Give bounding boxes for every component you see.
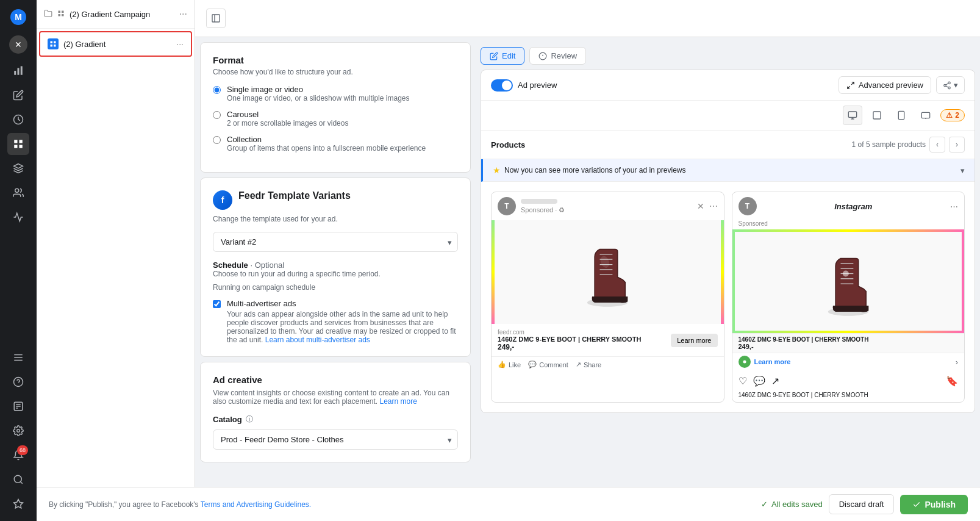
nav-icon-content[interactable] [7, 395, 29, 417]
multi-advertiser-row: Multi-advertiser ads Your ads can appear… [213, 299, 458, 344]
svg-point-38 [944, 84, 946, 87]
nav-icon-layers[interactable] [7, 157, 29, 179]
saved-indicator: ✓ All edits saved [761, 500, 823, 509]
svg-rect-25 [62, 10, 64, 13]
feedr-section: f Feedr Template Variants Change the tem… [200, 178, 471, 357]
ad-preview-toggle[interactable] [491, 79, 513, 92]
instagram-heart-icon[interactable]: ♡ [739, 375, 747, 387]
ig-more-icon[interactable]: ⋯ [950, 202, 958, 211]
schedule-section: Schedule · Optional Choose to run your a… [213, 260, 458, 292]
discard-draft-button[interactable]: Discard draft [829, 494, 895, 514]
close-button[interactable]: ✕ [9, 35, 27, 54]
device-square-btn[interactable] [867, 106, 887, 125]
catalog-info-icon[interactable]: ⓘ [246, 414, 253, 425]
svg-rect-45 [873, 112, 881, 119]
format-radio-single[interactable] [213, 86, 221, 94]
nav-icon-edit[interactable] [7, 84, 29, 106]
publish-button[interactable]: Publish [900, 495, 968, 514]
edit-button[interactable]: Edit [481, 47, 524, 65]
terms-link[interactable]: Terms and Advertising Guidelines. [201, 500, 311, 509]
facebook-ad-card: T Sponsored · ♻ ✕ ⋯ [491, 192, 724, 403]
multi-advertiser-checkbox[interactable] [213, 300, 221, 308]
ad-set-more-button[interactable]: ··· [176, 39, 184, 49]
device-desktop-btn[interactable] [843, 106, 862, 125]
ad-set-item[interactable]: (2) Gradient ··· [39, 31, 192, 57]
svg-rect-7 [20, 140, 23, 143]
card-actions: ✕ ⋯ [697, 201, 718, 211]
catalog-row: Catalog ⓘ [213, 414, 458, 425]
catalog-select[interactable]: Prod - Feedr Demo Store - Clothes [213, 429, 458, 450]
format-radio-collection[interactable] [213, 136, 221, 144]
nav-icon-clock[interactable] [7, 109, 29, 131]
instagram-product-image [732, 229, 965, 333]
svg-rect-9 [20, 145, 23, 148]
svg-marker-10 [14, 164, 23, 169]
sidebar-toggle-button[interactable] [206, 9, 226, 28]
nav-icon-barchart[interactable] [7, 60, 29, 82]
variation-banner: ★ Now you can see more variations of you… [481, 159, 975, 182]
review-button[interactable]: Review [529, 47, 586, 65]
format-option-collection[interactable]: Collection Group of items that opens int… [213, 135, 458, 153]
ad-creative-desc: View content insights or choose existing… [213, 389, 458, 406]
nav-icon-megaphone[interactable] [7, 206, 29, 228]
nav-icon-grid[interactable] [7, 133, 29, 155]
more-ad-icon[interactable]: ⋯ [709, 201, 718, 211]
device-mobile-btn[interactable] [892, 106, 911, 125]
preview-card: Ad preview Advanced preview ▾ [481, 70, 975, 413]
multi-advertiser-link[interactable]: Learn about multi-advertiser ads [265, 336, 370, 344]
products-next-button[interactable]: › [949, 137, 965, 153]
svg-rect-32 [212, 15, 220, 22]
nav-icon-plugin[interactable] [7, 493, 29, 515]
ig-avatar: T [739, 197, 757, 215]
instagram-actions: ♡ 💬 ↗ 🔖 [732, 370, 965, 392]
main-content: Format Choose how you'd like to structur… [195, 0, 980, 521]
nav-icon-settings[interactable] [7, 420, 29, 442]
nav-icon-lines[interactable] [7, 347, 29, 368]
nav-icon-help[interactable] [7, 371, 29, 393]
products-bar: Products 1 of 5 sample products ‹ › [481, 131, 975, 159]
instagram-avatar: T [739, 197, 757, 215]
advanced-preview-button[interactable]: Advanced preview [839, 76, 931, 94]
products-prev-button[interactable]: ‹ [929, 137, 945, 153]
products-label: Products [491, 140, 525, 149]
facebook-learn-more-button[interactable]: Learn more [671, 334, 717, 347]
campaign-sidebar: (2) Gradient Campaign ··· (2) Gradient ·… [37, 0, 195, 521]
instagram-bookmark-icon[interactable]: 🔖 [946, 375, 958, 387]
variation-chevron-icon[interactable]: ▾ [960, 166, 965, 175]
preview-grid: T Sponsored · ♻ ✕ ⋯ [481, 182, 975, 412]
nav-icon-people[interactable] [7, 182, 29, 204]
facebook-site-name: feedr.com [498, 329, 641, 336]
ad-set-icon [48, 38, 59, 49]
edit-label: Edit [502, 51, 515, 60]
facebook-share-button[interactable]: ↗ Share [576, 361, 601, 368]
facebook-like-button[interactable]: 👍 Like [498, 361, 521, 368]
instagram-comment-icon[interactable]: 💬 [753, 375, 765, 387]
campaign-more-button[interactable]: ··· [179, 9, 187, 20]
format-option-single[interactable]: Single image or video One image or video… [213, 85, 458, 102]
format-carousel-desc: 2 or more scrollable images or videos [227, 119, 348, 128]
instagram-action-left: ♡ 💬 ↗ [739, 375, 779, 387]
device-landscape-btn[interactable] [916, 106, 935, 125]
format-option-carousel[interactable]: Carousel 2 or more scrollable images or … [213, 110, 458, 128]
facebook-comment-button[interactable]: 💬 Comment [528, 361, 568, 368]
nav-icon-notification[interactable]: 68 [7, 444, 29, 466]
share-button[interactable]: ▾ [936, 76, 965, 94]
instagram-send-icon[interactable]: ↗ [771, 375, 779, 387]
schedule-running: Running on campaign schedule [213, 283, 458, 292]
catalog-select-wrapper: Prod - Feedr Demo Store - Clothes ▾ [213, 429, 458, 450]
boot-illustration [577, 235, 638, 309]
close-ad-icon[interactable]: ✕ [697, 201, 704, 211]
format-single-title: Single image or video [227, 85, 409, 94]
facebook-ad-bottom-row: feedr.com 1460Z DMC 9-EYE BOOT | CHERRY … [498, 329, 718, 351]
nav-icon-search[interactable] [7, 469, 29, 490]
svg-rect-24 [59, 10, 61, 13]
format-radio-carousel[interactable] [213, 111, 221, 119]
variation-text: ★ Now you can see more variations of you… [493, 165, 685, 175]
svg-line-23 [20, 481, 22, 483]
instagram-learn-more-button[interactable]: Learn more [754, 358, 791, 365]
ad-creative-learn-more-link[interactable]: Learn more [379, 397, 417, 406]
instagram-nav-arrow[interactable]: › [956, 358, 958, 367]
svg-rect-2 [14, 71, 16, 75]
variant-select[interactable]: Variant #1 Variant #2 Variant #3 [213, 232, 458, 252]
instagram-green-dot [739, 356, 751, 368]
